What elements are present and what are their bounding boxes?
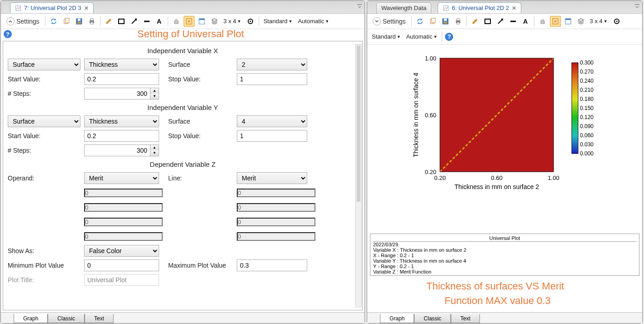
y-steps-input[interactable] <box>84 145 150 156</box>
zoom-fit-icon[interactable] <box>550 16 561 27</box>
info-line: X - Range : 0.2 - 1 <box>373 253 636 258</box>
standard-dropdown[interactable]: Standard▼ <box>370 33 403 40</box>
svg-text:0.60: 0.60 <box>491 174 502 181</box>
showas-select[interactable]: False Color <box>84 245 159 257</box>
z-operand-select[interactable]: Merit <box>84 172 159 184</box>
z-q1 <box>237 189 315 197</box>
svg-text:0.60: 0.60 <box>425 112 436 119</box>
rect-icon[interactable] <box>116 16 127 27</box>
x-surface-select[interactable]: 2 <box>237 59 307 70</box>
z-p2 <box>84 203 163 212</box>
target-icon[interactable] <box>611 16 622 27</box>
arrow-icon[interactable] <box>129 16 140 27</box>
grid-size-dropdown[interactable]: 3 x 4▼ <box>588 18 609 25</box>
y-stop-label: Stop Value: <box>163 132 233 140</box>
chevron-up-icon <box>6 17 15 25</box>
sub-toolbar: ? Setting of Universal Plot <box>1 29 364 39</box>
zoom-fit-icon[interactable] <box>184 16 195 27</box>
spinner-up-icon[interactable]: ▲ <box>150 145 159 150</box>
grid-size-dropdown[interactable]: 3 x 4▼ <box>222 18 243 25</box>
refresh-icon[interactable] <box>414 16 425 27</box>
help-icon[interactable]: ? <box>445 33 453 41</box>
spinner-up-icon[interactable]: ▲ <box>150 88 159 94</box>
text-icon[interactable]: A <box>520 16 531 27</box>
x-start-input[interactable] <box>84 73 159 85</box>
svg-point-16 <box>250 20 251 22</box>
help-icon[interactable]: ? <box>4 30 12 38</box>
window-icon[interactable] <box>563 16 574 27</box>
svg-rect-26 <box>485 19 490 24</box>
copy-icon[interactable] <box>61 16 72 27</box>
lock-icon[interactable] <box>537 16 548 27</box>
print-icon[interactable] <box>453 16 464 27</box>
window-icon[interactable] <box>196 16 207 27</box>
spinner-down-icon[interactable]: ▼ <box>150 150 159 156</box>
x-property-select[interactable]: Thickness <box>84 59 159 70</box>
layers-icon[interactable] <box>209 16 220 27</box>
btab-text[interactable]: Text <box>451 314 480 323</box>
y-surface-select[interactable]: 4 <box>237 115 307 127</box>
settings-toggle[interactable]: Settings <box>4 16 42 26</box>
btab-classic[interactable]: Classic <box>48 314 85 323</box>
spinner-down-icon[interactable]: ▼ <box>150 94 159 99</box>
x-steps-input[interactable] <box>84 88 150 100</box>
arrow-icon[interactable] <box>495 16 506 27</box>
line-icon[interactable] <box>508 16 519 27</box>
plot-title-input[interactable] <box>84 274 159 286</box>
standard-dropdown[interactable]: Standard▼ <box>262 18 295 25</box>
scrollbar[interactable] <box>355 44 362 307</box>
settings-toggle[interactable]: Settings <box>370 16 409 26</box>
save-icon[interactable] <box>440 16 451 27</box>
btab-text[interactable]: Text <box>85 314 114 323</box>
tab-universal-plot-2[interactable]: 6: Universal Plot 2D 2 ✕ <box>438 2 521 13</box>
automatic-dropdown[interactable]: Automatic▼ <box>404 33 439 40</box>
y-stop-input[interactable] <box>237 130 307 142</box>
plot-title-label: Plot Title: <box>8 276 80 284</box>
x-category-select[interactable]: Surface <box>8 59 80 70</box>
y-category-select[interactable]: Surface <box>8 115 80 127</box>
heatmap-plot[interactable]: 1.00 0.60 0.20 0.20 0.60 1.00 Thickness … <box>372 49 635 199</box>
tab-wavelength-data[interactable]: Wavelength Data <box>376 2 431 13</box>
close-icon[interactable]: ✕ <box>84 5 89 11</box>
btab-classic[interactable]: Classic <box>414 314 451 323</box>
line-icon[interactable] <box>141 16 152 27</box>
y-steps-label: # Steps: <box>8 147 80 154</box>
svg-text:0.210: 0.210 <box>580 87 594 93</box>
save-icon[interactable] <box>74 16 85 27</box>
tab-overflow-icon[interactable] <box>634 3 640 9</box>
svg-rect-24 <box>457 19 459 20</box>
close-icon[interactable]: ✕ <box>512 5 516 11</box>
max-input[interactable] <box>237 259 307 271</box>
y-start-label: Start Value: <box>8 132 80 140</box>
rect-icon[interactable] <box>482 16 493 27</box>
toolbar-row2: Standard▼ Automatic▼ ? <box>367 29 642 45</box>
y-start-input[interactable] <box>84 130 159 142</box>
copy-icon[interactable] <box>427 16 438 27</box>
pencil-icon[interactable] <box>103 16 114 27</box>
x-steps-label: # Steps: <box>8 90 80 97</box>
tab-overflow-icon[interactable] <box>356 3 363 9</box>
layers-icon[interactable] <box>575 16 586 27</box>
info-line: Y - Range : 0.2 - 1 <box>373 264 636 269</box>
info-line: Variable Z : Merit Function <box>373 269 636 274</box>
min-label: Minimum Plot Value <box>8 262 80 269</box>
svg-rect-21 <box>444 19 447 21</box>
svg-rect-7 <box>90 19 93 20</box>
x-surface-label: Surface <box>163 61 233 68</box>
refresh-icon[interactable] <box>48 16 59 27</box>
btab-graph[interactable]: Graph <box>380 314 414 323</box>
z-line-select[interactable]: Merit <box>237 172 307 184</box>
y-property-select[interactable]: Thickness <box>84 115 159 127</box>
z-q2 <box>237 203 315 212</box>
target-icon[interactable] <box>245 16 256 27</box>
tab-universal-plot-3[interactable]: 7: Universal Plot 2D 3 ✕ <box>10 2 94 13</box>
x-stop-input[interactable] <box>237 73 307 85</box>
min-input[interactable] <box>84 259 159 271</box>
automatic-dropdown[interactable]: Automatic▼ <box>296 18 331 25</box>
btab-graph[interactable]: Graph <box>14 314 48 323</box>
text-icon[interactable]: A <box>154 16 165 27</box>
lock-icon[interactable] <box>171 16 182 27</box>
annotation-left: Setting of Universal Plot <box>137 28 244 40</box>
print-icon[interactable] <box>86 16 97 27</box>
pencil-icon[interactable] <box>469 16 480 27</box>
